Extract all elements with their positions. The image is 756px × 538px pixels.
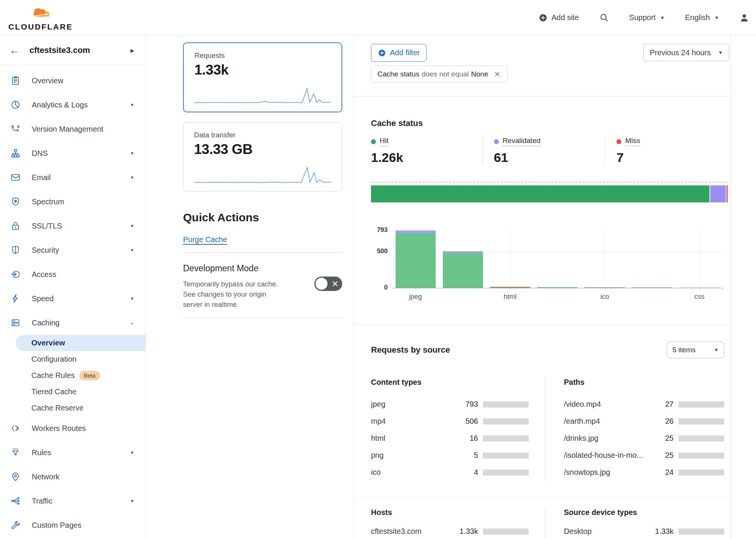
sidebar-subitem-tiered-cache[interactable]: Tiered Cache [16, 384, 146, 400]
language-menu[interactable]: English ▼ [685, 13, 719, 22]
legend-value: 7 [616, 150, 728, 165]
user-menu[interactable] [739, 13, 749, 23]
stat-row-bar [678, 529, 724, 535]
stat-row[interactable]: jpeg793 [371, 396, 529, 413]
chevron-down-icon: ▼ [130, 296, 134, 301]
sidebar-subitem-label: Tiered Cache [31, 387, 76, 396]
purge-cache-link[interactable]: Purge Cache [183, 235, 227, 244]
stat-row[interactable]: /drinks.jpg25 [564, 430, 724, 447]
plus-circle-icon [378, 49, 386, 57]
time-range-select[interactable]: Previous 24 hours ▼ [643, 44, 729, 61]
stat-row[interactable]: html16 [371, 430, 529, 447]
filter-chip[interactable]: Cache status does not equal None [371, 65, 508, 82]
site-name[interactable]: cftestsite3.com [29, 45, 90, 55]
brand-text: CLOUDFLARE [8, 22, 73, 31]
sidebar-item-dns[interactable]: DNS▼ [0, 141, 146, 165]
legend-dot-icon [616, 139, 621, 144]
data-transfer-sparkline-chart [194, 165, 331, 186]
stat-row[interactable]: ico4 [371, 464, 529, 481]
stat-row-value: 4 [452, 468, 478, 477]
legend-hit[interactable]: Hit1.26k [371, 137, 482, 165]
legend-revalidated[interactable]: Revalidated61 [482, 137, 605, 165]
overview-icon [11, 76, 21, 86]
cache-status-legend: Hit1.26kRevalidated61Miss7 [371, 137, 728, 165]
sidebar-item-speed[interactable]: Speed▼ [0, 286, 146, 311]
stat-row-bar [678, 418, 724, 424]
search-button[interactable] [599, 13, 609, 22]
sidebar-subitem-label: Overview [31, 339, 65, 347]
chevron-down-icon: ▼ [714, 347, 719, 353]
sidebar-item-access[interactable]: Access [0, 262, 146, 286]
stat-row-value: 506 [452, 417, 478, 426]
stat-row[interactable]: png5 [371, 447, 529, 464]
top-header: CLOUDFLARE Add site Support ▼ English ▼ [0, 0, 756, 36]
sidebar-item-workers-routes[interactable]: Workers Routes [0, 416, 146, 440]
stat-row[interactable]: /snowtops.jpg24 [564, 464, 724, 481]
sidebar-item-version-management[interactable]: Version Management [0, 117, 146, 141]
top-actions: Add site Support ▼ English ▼ [539, 13, 749, 23]
stat-row-bar [678, 470, 724, 476]
sidebar-item-label: Network [32, 473, 59, 481]
legend-miss[interactable]: Miss7 [605, 137, 728, 165]
add-site-button[interactable]: Add site [539, 13, 579, 22]
sidebar-subitem-overview[interactable]: Overview [16, 335, 146, 351]
development-mode-toggle[interactable] [314, 277, 342, 291]
stat-row-label: jpeg [371, 400, 452, 409]
cache-status-bar-chart: 7935000 jpeghtmlicocss [371, 230, 728, 303]
stat-row[interactable]: Desktop1.33k [564, 523, 724, 538]
sidebar-item-overview[interactable]: Overview [0, 68, 146, 93]
stat-row[interactable]: cftestsite3.com1.33k [371, 523, 529, 538]
sidebar-item-network[interactable]: Network [0, 465, 146, 489]
sidebar-item-ssl-tls[interactable]: SSL/TLS▼ [0, 214, 146, 238]
sidebar-item-spectrum[interactable]: Spectrum [0, 190, 146, 214]
stat-row-label: png [371, 451, 452, 460]
sidebar-subitem-configuration[interactable]: Configuration [16, 351, 146, 367]
bar-html [490, 287, 530, 288]
stat-row[interactable]: mp4506 [371, 413, 529, 430]
stat-row-label: cftestsite3.com [371, 527, 452, 536]
beta-badge: Beta [79, 371, 100, 380]
items-count-select[interactable]: 5 items ▼ [667, 342, 724, 358]
add-filter-label: Add filter [390, 48, 420, 57]
stat-row[interactable]: /earth.mp426 [564, 413, 724, 430]
cloudflare-logo[interactable]: CLOUDFLARE [8, 6, 73, 31]
data-transfer-card-value: 13.33 GB [194, 141, 331, 157]
cache-status-stacked-bar-wrap [371, 182, 728, 202]
sidebar-item-analytics-logs[interactable]: Analytics & Logs▼ [0, 93, 146, 117]
support-menu[interactable]: Support ▼ [629, 13, 665, 22]
sidebar-item-caching[interactable]: Caching▲ [0, 311, 146, 335]
sidebar-item-email[interactable]: Email▼ [0, 165, 146, 190]
back-arrow-icon[interactable]: ← [9, 45, 20, 56]
plus-circle-icon [539, 13, 548, 22]
x-tick-label: jpeg [409, 293, 422, 301]
stat-row-value: 24 [647, 468, 674, 477]
data-transfer-card[interactable]: Data transfer 13.33 GB [183, 122, 342, 191]
stat-column-source-device-types: Source device typesDesktop1.33k [545, 508, 724, 538]
stacked-segment-hit [371, 185, 709, 202]
stat-row-label: Desktop [564, 527, 647, 536]
add-filter-button[interactable]: Add filter [371, 44, 427, 62]
version-management-icon [11, 124, 21, 134]
stat-column-heading: Hosts [371, 508, 529, 517]
sidebar-subitem-cache-reserve[interactable]: Cache Reserve [16, 400, 146, 416]
stat-row[interactable]: /video.mp427 [564, 396, 724, 413]
sidebar-item-custom-pages[interactable]: Custom Pages [0, 513, 146, 537]
development-mode-description: Temporarily bypass our cache. See change… [183, 279, 287, 309]
legend-dot-icon [371, 139, 376, 144]
sidebar: ← cftestsite3.com ▶ OverviewAnalytics & … [0, 36, 146, 538]
sidebar-item-rules[interactable]: Rules▼ [0, 440, 146, 465]
sidebar-item-security[interactable]: Security▼ [0, 238, 146, 262]
stat-column-heading: Content types [371, 378, 529, 387]
remove-filter-icon[interactable] [494, 70, 501, 78]
stat-row[interactable]: /isolated-house-in-mo...25 [564, 447, 724, 464]
requests-card[interactable]: Requests 1.33k [183, 42, 342, 112]
sidebar-item-label: Version Management [32, 125, 103, 134]
sidebar-item-traffic[interactable]: Traffic▼ [0, 489, 146, 513]
traffic-icon [11, 496, 21, 506]
data-transfer-card-label: Data transfer [194, 131, 331, 139]
stat-row-label: ico [371, 468, 452, 477]
site-switcher-caret-icon[interactable]: ▶ [130, 48, 134, 53]
sidebar-subitem-label: Cache Rules [31, 371, 75, 380]
sidebar-subitem-cache-rules[interactable]: Cache RulesBeta [16, 367, 146, 384]
divider [183, 318, 342, 318]
